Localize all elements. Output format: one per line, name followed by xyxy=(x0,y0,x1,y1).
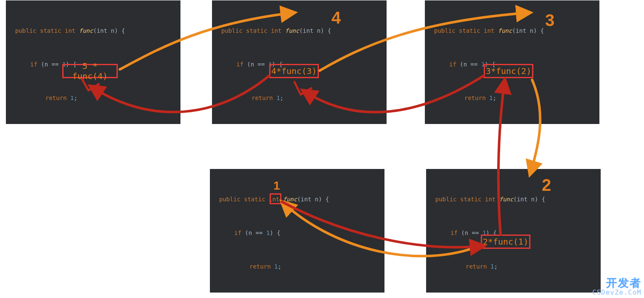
code-box-5: public static int func(int n) { if (n ==… xyxy=(426,169,601,293)
callout-5func4: 5 * func(4) xyxy=(62,64,118,78)
step-number-3: 3 xyxy=(545,12,554,29)
step-number-2: 2 xyxy=(542,177,551,193)
code-box-4: public static int func(int n) { if (n ==… xyxy=(210,169,384,293)
step-number-4: 4 xyxy=(331,9,341,26)
step-number-1: 1 xyxy=(273,180,280,192)
callout-3func2: 3*func(2) xyxy=(484,64,533,78)
code-box-3: public static int func(int n) { if (n ==… xyxy=(425,0,599,124)
diagram-canvas: public static int func(int n) { if (n ==… xyxy=(0,0,644,298)
code-box-2: public static int func(int n) { if (n ==… xyxy=(212,0,387,124)
highlight-return-1 xyxy=(270,193,281,204)
callout-4func3: 4*func(3) xyxy=(269,64,319,78)
watermark: 开发者 CSDevZe.CoM xyxy=(592,277,641,296)
callout-2func1: 2*func(1) xyxy=(481,235,530,249)
